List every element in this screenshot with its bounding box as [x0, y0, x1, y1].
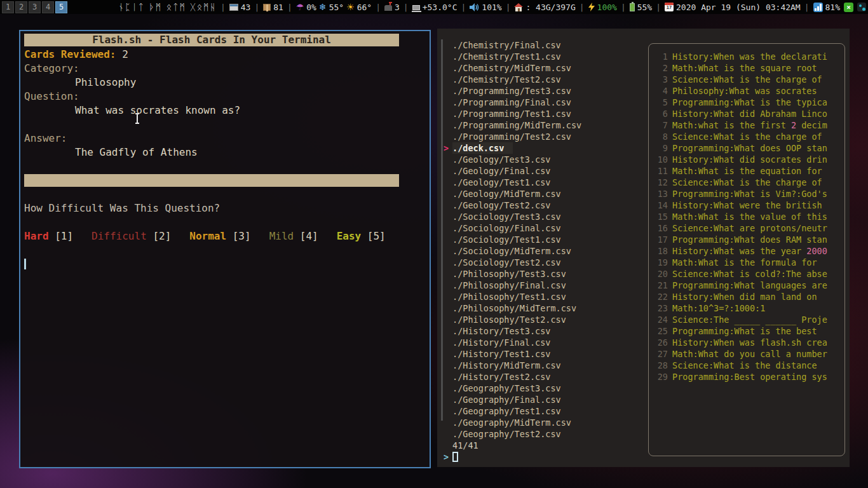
flash-title-bar: Flash.sh - Flash Cards In Your Terminal	[24, 34, 399, 46]
preview-line: 28Science:What is the distance	[654, 360, 839, 371]
pointer-icon	[437, 119, 452, 131]
line-number: 5	[654, 97, 668, 108]
preview-text: History:When was flash.sh crea	[672, 337, 827, 348]
file-path: ./Philosophy/Test1.csv	[452, 291, 566, 302]
file-path: ./Programming/MidTerm.csv	[452, 119, 581, 131]
preview-line: 2Math:What is the square root	[654, 62, 839, 74]
separator: |	[656, 3, 661, 12]
molecule-tray-icon[interactable]	[857, 3, 866, 11]
power-segment: 100%	[588, 3, 617, 12]
pointer-icon	[437, 257, 452, 268]
input-line[interactable]	[24, 257, 423, 271]
difficulty-label: Hard	[24, 230, 49, 242]
close-x-icon[interactable]: ×	[844, 3, 853, 12]
packages-count: 81	[273, 3, 283, 12]
laptop-icon	[412, 5, 420, 10]
preview-line: 16Science:What are protons/neutr	[654, 222, 839, 234]
preview-text: History:When did man land on	[672, 292, 817, 302]
file-path: ./Philosophy/MidTerm.csv	[452, 302, 576, 314]
pointer-icon	[437, 302, 452, 314]
power-value: 100%	[597, 3, 617, 12]
preview-line: 6History:What did Abraham Linco	[654, 108, 839, 119]
workspace-tag-2[interactable]: 2	[15, 1, 27, 13]
preview-text: Philosophy:What was socrates	[672, 86, 817, 96]
difficulty-option-hard[interactable]: Hard [1]	[24, 230, 73, 242]
preview-line: 22History:When did man land on	[654, 291, 839, 302]
lightning-icon	[588, 3, 595, 11]
pointer-icon	[437, 417, 452, 428]
preview-text: Science:What is the charge of	[672, 74, 822, 85]
file-path: ./Sociology/Test2.csv	[452, 257, 561, 268]
block-cursor	[452, 452, 458, 462]
difficulty-option-mild[interactable]: Mild [4]	[269, 230, 318, 242]
text-cursor	[24, 259, 26, 269]
pointer-icon	[437, 154, 452, 165]
difficulty-option-difficult[interactable]: Difficult [2]	[92, 230, 171, 242]
volume-value: 101%	[482, 3, 501, 12]
line-number: 20	[654, 268, 668, 280]
line-number: 23	[654, 302, 668, 314]
file-path: ./Geography/Test1.csv	[452, 405, 561, 417]
window-icon	[229, 4, 238, 11]
file-path: ./Philosophy/Final.csv	[452, 280, 566, 291]
preview-line: 4Philosophy:What was socrates	[654, 85, 839, 97]
calendar-icon: 17	[665, 3, 674, 11]
sun-icon: ☀	[346, 2, 355, 12]
cards-reviewed-line: Cards Reviewed: 2	[24, 48, 423, 62]
fzf-terminal-window: ./Chemistry/Final.csv./Chemistry/Test1.c…	[437, 29, 850, 467]
workspace-tag-5[interactable]: 5	[55, 1, 67, 13]
line-number: 24	[654, 314, 668, 325]
pointer-icon	[437, 131, 452, 142]
updates-count: 43	[241, 3, 251, 12]
pointer-icon	[437, 177, 452, 188]
cpu-temp-segment: +53.0°C	[412, 3, 458, 12]
umbrella-icon: ☂	[296, 2, 304, 12]
file-path: ./Geology/Final.csv	[452, 165, 550, 177]
file-path: ./Sociology/Final.csv	[452, 222, 561, 234]
pointer-icon	[437, 291, 452, 302]
pointer-icon	[437, 62, 452, 74]
line-number: 8	[654, 131, 668, 142]
line-number: 18	[654, 245, 668, 257]
file-path: ./Chemistry/MidTerm.csv	[452, 62, 571, 74]
preview-text: Science:What is the charge of	[672, 132, 822, 142]
temp-low-value: 55°	[329, 3, 344, 12]
question-value: What was socrates known as?	[24, 104, 423, 118]
pointer-icon	[437, 314, 452, 325]
preview-line: 19Math:What is the formula for	[654, 257, 839, 268]
workspace-tag-3[interactable]: 3	[29, 1, 41, 13]
runic-text: ᚾᛈᛁᛏ ᚦᛗ ᛟᛏᛗ ᚷᛟᛗᚺ	[118, 2, 217, 12]
preview-line: 14History:What were the british	[654, 200, 839, 211]
pointer-icon	[437, 188, 452, 200]
preview-line: 24Science:The _____ ______ Proje	[654, 314, 839, 325]
volume-segment: 101%	[470, 3, 501, 12]
file-path: ./History/Test2.csv	[452, 371, 550, 383]
blank-line	[24, 187, 423, 201]
preview-line: 12Science:What is the charge of	[654, 177, 839, 188]
line-number: 25	[654, 325, 668, 337]
updates-segment: 43	[229, 3, 251, 12]
file-path: ./Philosophy/Test2.csv	[452, 314, 566, 325]
pointer-icon	[437, 51, 452, 62]
list-scrollbar[interactable]	[441, 39, 443, 421]
preview-text: Programming:Best operating sys	[672, 372, 827, 382]
preview-line: 11Math:What is the equation for	[654, 165, 839, 177]
workspace-tag-1[interactable]: 1	[2, 1, 14, 13]
difficulty-option-easy[interactable]: Easy [5]	[337, 230, 386, 242]
line-number: 22	[654, 291, 668, 302]
difficulty-option-normal[interactable]: Normal [3]	[189, 230, 250, 242]
preview-text: History:When was the declarati	[672, 51, 827, 62]
pointer-icon	[437, 268, 452, 280]
status-segments: ᚾᛈᛁᛏ ᚦᛗ ᛟᛏᛗ ᚷᛟᛗᚺ | 43 | 81 | ☂ 0% ❄ 55° …	[118, 2, 866, 12]
file-path: ./Sociology/Test3.csv	[452, 211, 561, 222]
line-number: 11	[654, 165, 668, 177]
workspace-tag-4[interactable]: 4	[42, 1, 54, 13]
preview-text: Science:What is the charge of	[672, 177, 822, 187]
pointer-icon	[437, 165, 452, 177]
file-path: ./History/Test3.csv	[452, 325, 550, 337]
house-icon	[514, 3, 523, 11]
mail-count: 3	[395, 3, 400, 12]
preview-text: Math:What is the formula for	[672, 257, 817, 268]
line-number: 29	[654, 371, 668, 383]
preview-line: 23Math:10^3=?:1000:1	[654, 302, 839, 314]
